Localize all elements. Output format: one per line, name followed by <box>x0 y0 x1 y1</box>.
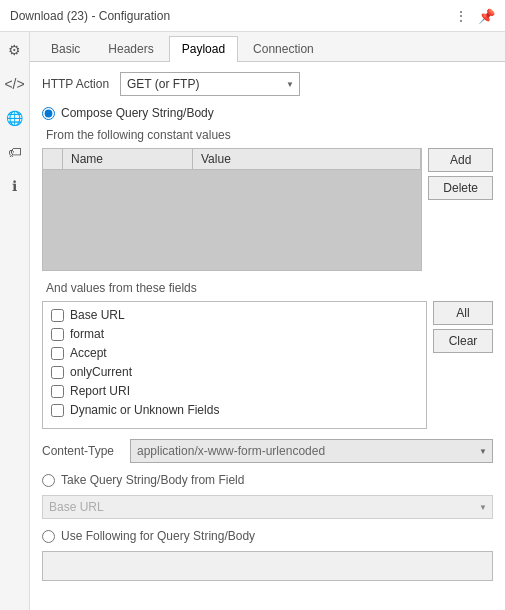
http-action-label: HTTP Action <box>42 77 112 91</box>
table-header: Name Value <box>43 149 421 170</box>
field-values-section: And values from these fields Base URL fo… <box>42 281 493 429</box>
field-label-format: format <box>70 327 104 341</box>
http-action-row: HTTP Action GET (or FTP) POST PUT DELETE <box>42 72 493 96</box>
th-value: Value <box>193 149 421 169</box>
field-checkbox-dynamic-fields[interactable] <box>51 404 64 417</box>
title-icons: ⋮ 📌 <box>454 8 495 24</box>
content-type-label: Content-Type <box>42 444 122 458</box>
field-item-format: format <box>51 327 418 341</box>
title-bar: Download (23) - Configuration ⋮ 📌 <box>0 0 505 32</box>
field-values-label: And values from these fields <box>42 281 493 295</box>
field-checkbox-base-url[interactable] <box>51 309 64 322</box>
constant-values-label: From the following constant values <box>42 128 493 142</box>
settings-icon[interactable]: ⚙ <box>5 40 25 60</box>
compose-radio[interactable] <box>42 107 55 120</box>
table-buttons: Add Delete <box>428 148 493 271</box>
th-checkbox <box>43 149 63 169</box>
tag-icon[interactable]: 🏷 <box>5 142 25 162</box>
field-label-report-uri: Report URI <box>70 384 130 398</box>
use-following-label: Use Following for Query String/Body <box>61 529 255 543</box>
pin-icon[interactable]: 📌 <box>478 8 495 24</box>
all-button[interactable]: All <box>433 301 493 325</box>
field-label-only-current: onlyCurrent <box>70 365 132 379</box>
table-body <box>43 170 421 270</box>
field-item-accept: Accept <box>51 346 418 360</box>
take-query-label: Take Query String/Body from Field <box>61 473 244 487</box>
field-checkbox-accept[interactable] <box>51 347 64 360</box>
info-icon[interactable]: ℹ <box>5 176 25 196</box>
add-button[interactable]: Add <box>428 148 493 172</box>
tab-payload[interactable]: Payload <box>169 36 238 62</box>
field-label-dynamic-fields: Dynamic or Unknown Fields <box>70 403 219 417</box>
payload-content: HTTP Action GET (or FTP) POST PUT DELETE… <box>30 62 505 591</box>
base-url-select: Base URL <box>42 495 493 519</box>
field-label-base-url: Base URL <box>70 308 125 322</box>
base-url-select-wrapper: Base URL <box>42 495 493 519</box>
delete-button[interactable]: Delete <box>428 176 493 200</box>
use-following-row: Use Following for Query String/Body <box>42 529 493 543</box>
tab-basic[interactable]: Basic <box>38 36 93 61</box>
http-action-select-wrapper: GET (or FTP) POST PUT DELETE <box>120 72 300 96</box>
field-label-accept: Accept <box>70 346 107 360</box>
field-item-base-url: Base URL <box>51 308 418 322</box>
fields-list: Base URL format Accept onlyCurrent <box>42 301 427 429</box>
base-url-wrapper: Base URL <box>42 495 493 519</box>
content-type-select-wrapper: application/x-www-form-urlencoded <box>130 439 493 463</box>
tab-connection[interactable]: Connection <box>240 36 327 61</box>
globe-icon[interactable]: 🌐 <box>5 108 25 128</box>
field-item-report-uri: Report URI <box>51 384 418 398</box>
bottom-input-area <box>42 551 493 581</box>
field-checkbox-report-uri[interactable] <box>51 385 64 398</box>
take-query-radio[interactable] <box>42 474 55 487</box>
fields-area: Base URL format Accept onlyCurrent <box>42 301 493 429</box>
http-action-select[interactable]: GET (or FTP) POST PUT DELETE <box>120 72 300 96</box>
code-icon[interactable]: </> <box>5 74 25 94</box>
title-text: Download (23) - Configuration <box>10 9 170 23</box>
more-icon[interactable]: ⋮ <box>454 8 468 24</box>
fields-buttons: All Clear <box>433 301 493 429</box>
field-item-only-current: onlyCurrent <box>51 365 418 379</box>
content-type-row: Content-Type application/x-www-form-urle… <box>42 439 493 463</box>
compose-query-row: Compose Query String/Body <box>42 106 493 120</box>
clear-button[interactable]: Clear <box>433 329 493 353</box>
main-content: Basic Headers Payload Connection HTTP Ac… <box>30 32 505 610</box>
use-following-radio[interactable] <box>42 530 55 543</box>
constant-values-area: Name Value Add Delete <box>42 148 493 271</box>
content-type-select[interactable]: application/x-www-form-urlencoded <box>130 439 493 463</box>
field-checkbox-format[interactable] <box>51 328 64 341</box>
field-checkbox-only-current[interactable] <box>51 366 64 379</box>
compose-label: Compose Query String/Body <box>61 106 214 120</box>
tab-headers[interactable]: Headers <box>95 36 166 61</box>
constant-values-table: Name Value <box>42 148 422 271</box>
sidebar: ⚙ </> 🌐 🏷 ℹ <box>0 32 30 610</box>
tab-bar: Basic Headers Payload Connection <box>30 32 505 62</box>
take-query-row: Take Query String/Body from Field <box>42 473 493 487</box>
th-name: Name <box>63 149 193 169</box>
field-item-dynamic-fields: Dynamic or Unknown Fields <box>51 403 418 417</box>
